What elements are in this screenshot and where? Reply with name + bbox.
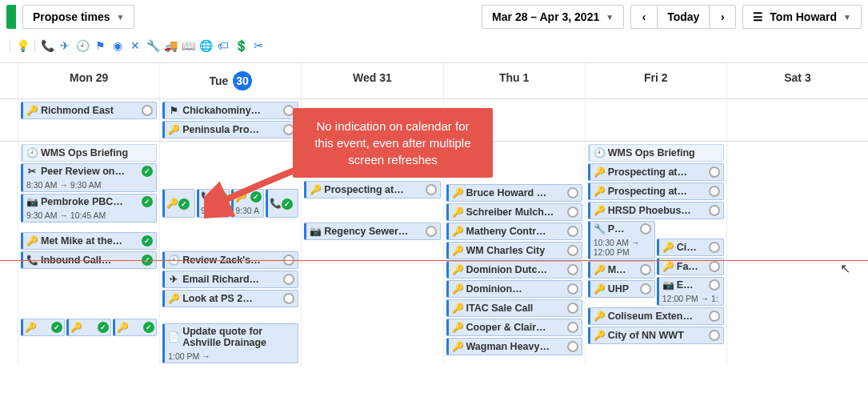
day-header[interactable]: Thu 1 xyxy=(443,63,585,98)
calendar-event[interactable]: 🔑ITAC Sale Call xyxy=(446,299,582,317)
key-icon: 🔑 xyxy=(70,322,82,333)
calendar-event[interactable]: 🔑Look at PS 2… xyxy=(162,290,298,307)
event-title: Dominion Dutc… xyxy=(466,264,564,275)
key-icon: 🔑 xyxy=(594,330,605,341)
status-open-icon xyxy=(640,264,651,275)
calendar-event[interactable]: 🔑 xyxy=(66,319,110,336)
calendar-event[interactable]: 🔑Met Mike at the… xyxy=(21,232,157,250)
phone-icon[interactable]: 📞 xyxy=(38,37,56,54)
event-title: Prospecting at… xyxy=(324,184,422,195)
status-open-icon xyxy=(567,283,578,295)
calendar-event[interactable]: 🔑HRSD Phoebus… xyxy=(588,202,724,219)
book-icon[interactable]: 📖 xyxy=(179,37,197,54)
wrench-icon[interactable]: 🔧 xyxy=(144,37,162,54)
truck-icon[interactable]: 🚚 xyxy=(162,37,179,54)
key-icon: 🔑 xyxy=(168,124,179,135)
day-header[interactable]: Tue 30 xyxy=(159,63,301,98)
calendar-event[interactable]: ✈Email Richard… xyxy=(162,271,298,288)
key-icon: 🔑 xyxy=(452,245,463,256)
calendar-event[interactable]: 🔑Coliseum Exten… xyxy=(588,307,724,325)
key-icon: 🔑 xyxy=(26,235,38,247)
event-title: Regency Sewer… xyxy=(324,226,422,237)
prev-button[interactable]: ‹ xyxy=(630,5,658,29)
calendar-event[interactable]: 🕘WMS Ops Briefing xyxy=(588,144,724,162)
calendar-event[interactable]: 🕘WMS Ops Briefing xyxy=(21,144,157,162)
key-icon: 🔑 xyxy=(25,322,36,333)
key-icon: 🔑 xyxy=(168,293,179,304)
calendar-event[interactable]: 🔑Prospecting at… xyxy=(588,163,724,181)
calendar-event[interactable]: 📷Regency Sewer… xyxy=(304,223,440,240)
calendar-event[interactable]: 📄Update quote for Ashville Drainage1:00 … xyxy=(162,323,298,363)
calendar-event[interactable]: 🔧P…10:30 AM → 12:00 PM xyxy=(588,221,655,259)
event-time: 9:30 AM → 10:45 AM xyxy=(26,211,106,220)
status-done-icon xyxy=(98,322,109,333)
flag-icon: ⚑ xyxy=(168,105,179,116)
annotation-text: No indication on calendar for this event… xyxy=(314,119,470,166)
tools-icon[interactable]: ✕ xyxy=(126,37,144,54)
calendar-event[interactable]: 🔑Prospecting at… xyxy=(588,182,724,200)
key-icon: 🔑 xyxy=(594,311,605,322)
crossed-tools-icon[interactable]: ✂ xyxy=(250,37,267,54)
status-open-icon xyxy=(567,303,578,314)
calendar-event[interactable]: 🔑UHP xyxy=(588,280,655,298)
date-range-label: Mar 28 – Apr 3, 2021 xyxy=(492,10,599,23)
status-done-icon xyxy=(142,196,153,207)
calendar-event[interactable]: 🔑Prospecting at… xyxy=(304,181,440,198)
calendar-event[interactable]: ⚑Chickahominy… xyxy=(162,102,298,119)
user-filter-button[interactable]: ☰ Tom Howard ▼ xyxy=(742,5,862,29)
key-icon: 🔑 xyxy=(117,322,128,333)
event-title: Peninsula Pro… xyxy=(182,124,280,135)
caret-down-icon: ▼ xyxy=(606,13,614,22)
calendar-event[interactable]: 🔑Wagman Heavy… xyxy=(446,338,582,355)
today-button[interactable]: Today xyxy=(658,5,709,29)
key-icon: 🔑 xyxy=(166,198,178,209)
status-open-icon xyxy=(567,207,578,218)
calendar-event[interactable]: ✂Peer Review on…8:30 AM → 9:30 AM xyxy=(21,163,157,192)
calendar-event[interactable]: 🔑 xyxy=(21,319,65,336)
day-header[interactable]: Wed 31 xyxy=(301,63,442,98)
flag-icon[interactable]: ⚑ xyxy=(91,37,109,54)
calendar-event[interactable]: 🔑 xyxy=(113,319,157,336)
calendar-event[interactable]: 🔑Dominion… xyxy=(446,280,582,298)
event-title: Met Mike at the… xyxy=(41,235,138,247)
day-header[interactable]: Fri 2 xyxy=(585,63,726,98)
globe-icon[interactable]: 🌐 xyxy=(197,37,214,54)
calendar-event[interactable]: 🔑Bruce Howard … xyxy=(446,184,582,202)
event-type-toolbar: 💡 📞 ✈ 🕘 ⚑ ◉ ✕ 🔧 🚚 📖 🌐 🏷 💲 ✂ xyxy=(0,34,868,62)
calendar-event[interactable]: 🔑Schreiber Mulch… xyxy=(446,203,582,221)
calendar-event[interactable]: 🔑 xyxy=(162,189,195,218)
clock-icon[interactable]: 🕘 xyxy=(74,37,91,54)
date-range-button[interactable]: Mar 28 – Apr 3, 2021 ▼ xyxy=(482,5,624,29)
event-title: P… xyxy=(608,223,637,235)
day-header[interactable]: Sat 3 xyxy=(726,63,868,98)
broadcast-icon[interactable]: ◉ xyxy=(109,37,126,54)
calendar-event[interactable]: 🔑Dominion Dutc… xyxy=(446,261,582,279)
calendar-event[interactable]: 🔑M… xyxy=(588,261,655,279)
bulb-icon[interactable]: 💡 xyxy=(14,37,31,54)
event-title: Bruce Howard … xyxy=(466,187,564,198)
calendar-event[interactable]: 🔑City of NN WWT xyxy=(588,327,724,344)
caret-down-icon: ▼ xyxy=(843,13,851,22)
next-button[interactable]: › xyxy=(709,5,736,29)
calendar-event[interactable]: 📷E…12:00 PM → 1: xyxy=(657,277,724,306)
calendar-event[interactable]: 🔑Peninsula Pro… xyxy=(162,121,298,138)
send-icon[interactable]: ✈ xyxy=(56,37,74,54)
event-title: HRSD Phoebus… xyxy=(608,205,706,216)
calendar-event[interactable]: 🔑Cooper & Clair… xyxy=(446,319,582,336)
calendar-event[interactable]: 🔑Richmond East xyxy=(21,102,157,119)
key-icon: 🔑 xyxy=(594,186,605,197)
status-open-icon xyxy=(709,330,720,341)
calendar-event[interactable]: 🔑WM Charles City xyxy=(446,242,582,259)
calendar-event[interactable]: 📷Pembroke PBC…9:30 AM → 10:45 AM xyxy=(21,194,157,223)
chevron-right-icon: › xyxy=(721,10,725,23)
status-done-icon xyxy=(143,322,154,333)
event-title: Email Richard… xyxy=(182,274,280,285)
calendar-event[interactable]: 🔑Ci… xyxy=(657,239,724,256)
propose-times-button[interactable]: Propose times ▼ xyxy=(22,5,134,29)
price-icon[interactable]: 💲 xyxy=(232,37,250,54)
tag-icon[interactable]: 🏷 xyxy=(214,37,232,54)
calendar-event[interactable]: 🔑Matheny Contr… xyxy=(446,223,582,240)
status-open-icon xyxy=(567,341,578,352)
status-open-icon xyxy=(567,226,578,237)
day-header[interactable]: Mon 29 xyxy=(18,63,159,98)
